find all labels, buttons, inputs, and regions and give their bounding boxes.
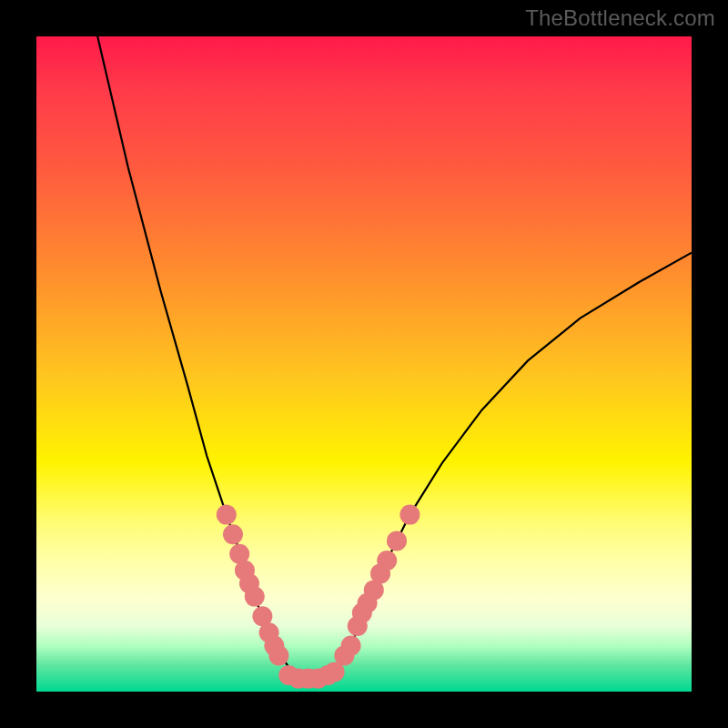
watermark-text: TheBottleneck.com <box>525 5 715 31</box>
markers-group <box>217 505 420 689</box>
chart-svg <box>36 36 692 692</box>
bottleneck-curve <box>36 0 692 679</box>
plot-area <box>36 36 692 692</box>
marker-dot <box>399 505 420 525</box>
marker-dot <box>377 551 397 571</box>
marker-dot <box>341 636 361 656</box>
marker-dot <box>223 524 243 544</box>
marker-dot <box>387 531 407 551</box>
curve-group <box>36 0 692 679</box>
chart-container: TheBottleneck.com <box>0 0 728 728</box>
marker-dot <box>245 587 265 607</box>
marker-dot <box>217 505 237 525</box>
marker-dot <box>318 665 338 685</box>
marker-dot <box>268 645 288 665</box>
